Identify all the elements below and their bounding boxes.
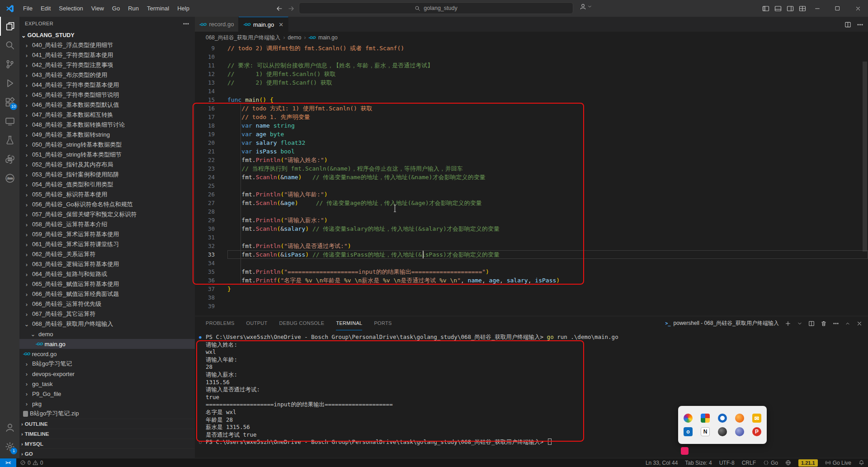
tray-icon-violet-globe[interactable] (735, 427, 744, 436)
activitybar-item-accounts[interactable] (0, 418, 19, 437)
panel-more-actions-icon[interactable] (833, 320, 839, 327)
menu-help[interactable]: Help (173, 3, 193, 14)
new-terminal-icon[interactable] (785, 320, 791, 327)
history-forward-icon[interactable] (288, 5, 295, 12)
tray-icon-blue-ring[interactable] (718, 414, 727, 423)
profile-button[interactable] (580, 3, 592, 10)
tree-item-058_尚硅谷_运算符基本介绍[interactable]: ›058_尚硅谷_运算符基本介绍 (19, 219, 195, 229)
code-line-32[interactable]: 32 fmt.Println("请输入是否通过考试:") (195, 242, 868, 250)
tree-item-pkg[interactable]: ›pkg (19, 399, 195, 409)
code-line-12[interactable]: 12// 1) 使用fmt.Scanln() 获取 (195, 70, 868, 78)
code-line-13[interactable]: 13// 2) 使用fmt.Scanf() 获取 (195, 78, 868, 87)
statusbar-cursor-position[interactable]: Ln 33, Col 44 (642, 458, 681, 467)
tree-item-063_尚硅谷_逻辑运算符基本使用[interactable]: ›063_尚硅谷_逻辑运算符基本使用 (19, 259, 195, 269)
tree-item-record.go[interactable]: -GOrecord.go (19, 349, 195, 359)
tree-item-B站go学习笔记[interactable]: ›B站go学习笔记 (19, 359, 195, 369)
tree-item-051_尚硅谷_string转基本类型细节[interactable]: ›051_尚硅谷_string转基本类型细节 (19, 150, 195, 160)
activitybar-item-remote-explorer[interactable] (0, 112, 19, 131)
maximize-panel-icon[interactable] (845, 320, 850, 327)
code-line-35[interactable]: 35 fmt.Println("====================inpu… (195, 267, 868, 276)
activitybar-item-search[interactable] (0, 36, 19, 55)
code-line-16[interactable]: 16 // todo 方式1: 1) 使用fmt.Scanln() 获取 (195, 104, 868, 113)
explorer-root-folder[interactable]: ⌄ GOLANG_STUDY (19, 30, 195, 40)
problems-status[interactable]: 0 0 (16, 458, 47, 467)
activitybar-item-explorer[interactable] (0, 17, 19, 36)
code-line-31[interactable]: 31 (195, 233, 868, 242)
menu-terminal[interactable]: Terminal (143, 3, 173, 14)
code-line-20[interactable]: 20 var salary float32 (195, 138, 868, 147)
code-line-34[interactable]: 34 (195, 259, 868, 267)
tree-item-P9_Go_file[interactable]: ›P9_Go_file (19, 389, 195, 399)
panel-tab-terminal[interactable]: TERMINAL (336, 316, 362, 330)
tray-icon-pink-app[interactable] (681, 447, 689, 455)
code-line-28[interactable]: 28 (195, 207, 868, 216)
tree-item-062_尚硅谷_关系运算符[interactable]: ›062_尚硅谷_关系运算符 (19, 249, 195, 259)
explorer-more-actions-icon[interactable] (183, 20, 189, 27)
tree-item-049_尚硅谷_基本数据转string[interactable]: ›049_尚硅谷_基本数据转string (19, 130, 195, 140)
tray-icon-red-p[interactable]: P (752, 427, 761, 436)
code-line-21[interactable]: 21 var isPass bool (195, 147, 868, 156)
tree-item-044_尚硅谷_字符串类型基本使用[interactable]: ›044_尚硅谷_字符串类型基本使用 (19, 80, 195, 90)
code-line-23[interactable]: 23 // 当程序执行到 fmt.Scanln(&name)，程序会停止在这，等… (195, 164, 868, 173)
code-line-19[interactable]: 19 var age byte (195, 130, 868, 138)
activitybar-item-extensions[interactable]: 10 (0, 93, 19, 112)
tree-item-053_尚硅谷_指针案例和使用陷阱[interactable]: ›053_尚硅谷_指针案例和使用陷阱 (19, 170, 195, 180)
customize-layout-icon[interactable] (799, 5, 806, 12)
tree-item-055_尚硅谷_标识符基本使用[interactable]: ›055_尚硅谷_标识符基本使用 (19, 190, 195, 200)
split-terminal-icon[interactable] (808, 320, 815, 327)
tree-item-052_尚硅谷_指针及其内存布局[interactable]: ›052_尚硅谷_指针及其内存布局 (19, 160, 195, 170)
activitybar-item-source-control[interactable] (0, 55, 19, 74)
remote-indicator[interactable]: >< (0, 458, 16, 467)
panel-tab-problems[interactable]: PROBLEMS (206, 316, 235, 330)
tree-item-main.go[interactable]: -GOmain.go (19, 339, 195, 349)
toggle-secondary-sidebar-icon[interactable] (787, 5, 794, 12)
code-line-15[interactable]: 15func main() { (195, 95, 868, 104)
tree-item-054_尚硅谷_值类型和引用类型[interactable]: ›054_尚硅谷_值类型和引用类型 (19, 180, 195, 190)
terminal-output[interactable]: ●PS C:\Users\wxe5szh\OneDrive - Bosch Gr… (195, 334, 868, 458)
statusbar-notifications[interactable] (855, 458, 868, 467)
tray-icon-mail[interactable]: ✉ (752, 414, 761, 423)
code-line-25[interactable]: 25 (195, 181, 868, 190)
tree-item-042_尚硅谷_字符类型注意事项[interactable]: ›042_尚硅谷_字符类型注意事项 (19, 60, 195, 70)
tree-item-048_尚硅谷_基本数据转换细节讨论[interactable]: ›048_尚硅谷_基本数据转换细节讨论 (19, 120, 195, 130)
window-maximize-button[interactable] (827, 0, 848, 17)
close-panel-icon[interactable] (856, 320, 863, 327)
tree-item-046_尚硅谷_基本数据类型默认值[interactable]: ›046_尚硅谷_基本数据类型默认值 (19, 100, 195, 110)
code-editor[interactable]: 9// todo 2) 调用fmt包的 fmt.Scanln() 或者 fmt.… (195, 43, 868, 316)
command-center-search[interactable]: golang_study (299, 2, 573, 14)
code-line-27[interactable]: 27 fmt.Scanln(&age) // 传递变量age的地址，传入地址(&… (195, 199, 868, 207)
activitybar-item-json-viewer[interactable]: Json (0, 169, 19, 188)
tree-item-066_尚硅谷_运算符优先级[interactable]: ›066_尚硅谷_运算符优先级 (19, 299, 195, 309)
toggle-primary-sidebar-icon[interactable] (762, 5, 769, 12)
close-tab-icon[interactable]: ✕ (278, 21, 283, 28)
menu-selection[interactable]: Selection (55, 3, 87, 14)
editor-scrollbar[interactable] (863, 62, 867, 252)
kill-terminal-icon[interactable] (821, 320, 827, 327)
tree-item-065_尚硅谷_赋值运算符基本使用[interactable]: ›065_尚硅谷_赋值运算符基本使用 (19, 279, 195, 289)
tree-item-068_尚硅谷_获取用户终端输入[interactable]: ⌄068_尚硅谷_获取用户终端输入 (19, 319, 195, 329)
tray-icon-dark-orb[interactable] (718, 427, 727, 436)
tree-item-067_尚硅谷_其它运算符[interactable]: ›067_尚硅谷_其它运算符 (19, 309, 195, 319)
sidebar-section-outline[interactable]: ›OUTLINE (19, 419, 195, 429)
code-line-33[interactable]: 33 fmt.Scanln(&isPass) // 传递变量isPass的地址，… (195, 250, 868, 259)
tree-item-066_尚硅谷_赋值运算经典面试题[interactable]: ›066_尚硅谷_赋值运算经典面试题 (19, 289, 195, 299)
tray-icon-orange-orb[interactable] (735, 414, 744, 423)
panel-tab-debug-console[interactable]: DEBUG CONSOLE (279, 316, 325, 330)
menu-go[interactable]: Go (108, 3, 124, 14)
tree-item-059_尚硅谷_算术运算符基本使用[interactable]: ›059_尚硅谷_算术运算符基本使用 (19, 229, 195, 239)
terminal-dropdown-icon[interactable] (797, 320, 802, 327)
tree-item-045_尚硅谷_字符串类型细节说明[interactable]: ›045_尚硅谷_字符串类型细节说明 (19, 90, 195, 100)
tree-item-056_尚硅谷_Go标识符命名特点和规范[interactable]: ›056_尚硅谷_Go标识符命名特点和规范 (19, 200, 195, 210)
breadcrumb[interactable]: 068_尚硅谷_获取用户终端输入›demo›-GOmain.go (195, 32, 868, 43)
split-editor-icon[interactable] (844, 20, 851, 29)
sidebar-section-timeline[interactable]: ›TIMELINE (19, 429, 195, 438)
tree-item-B站go学习笔记.zip[interactable]: B站go学习笔记.zip (19, 409, 195, 419)
tree-item-go_task[interactable]: ›go_task (19, 379, 195, 389)
tray-icon-quad-flag[interactable] (701, 414, 710, 423)
statusbar-tab-size[interactable]: Tab Size: 4 (681, 458, 715, 467)
tray-icon-colorwheel[interactable] (684, 414, 693, 423)
code-line-17[interactable]: 17 // todo 1. 先声明变量 (195, 113, 868, 121)
menu-file[interactable]: File (19, 3, 37, 14)
code-line-30[interactable]: 30 fmt.Scanln(&salary) // 传递变量salary的地址，… (195, 224, 868, 233)
tree-item-043_尚硅谷_布尔类型的使用[interactable]: ›043_尚硅谷_布尔类型的使用 (19, 70, 195, 80)
